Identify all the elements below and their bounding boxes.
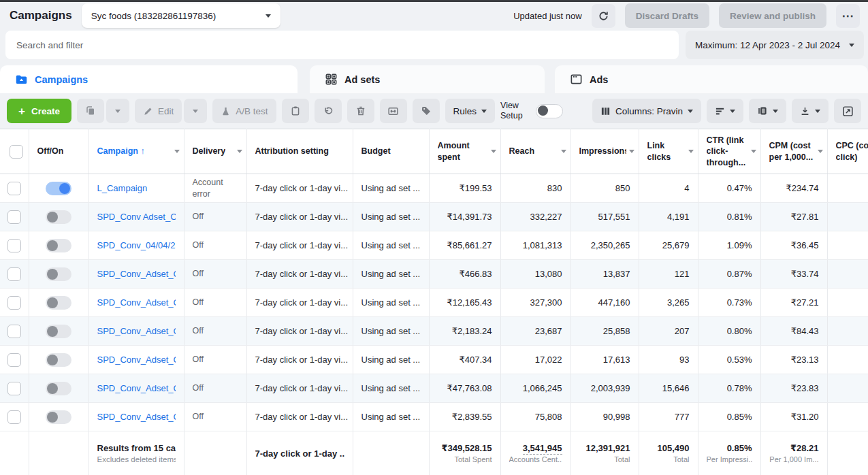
results-summary: Results from 15 campaigns xyxy=(97,443,176,453)
row-checkbox[interactable] xyxy=(7,296,21,310)
filter-row: Search and filter Maximum: 12 Apr 2023 -… xyxy=(0,29,868,61)
toolbar-right-group: Columns: Pravin xyxy=(592,99,861,123)
row-checkbox[interactable] xyxy=(7,239,21,252)
chevron-down-icon xyxy=(174,150,180,153)
col-header-budget[interactable]: Budget xyxy=(353,129,429,174)
export-button[interactable] xyxy=(792,99,829,123)
col-header-attribution[interactable]: Attribution setting xyxy=(246,129,353,174)
search-and-filter-input[interactable]: Search and filter xyxy=(5,31,679,59)
ads-manager-screen: Campaigns Syc foods (183282861197836) Up… xyxy=(0,0,868,475)
campaign-link[interactable]: L_Campaign xyxy=(97,183,176,193)
campaign-link[interactable]: SPD_Conv_Adset_C... xyxy=(97,326,176,336)
campaign-row: SPD_Conv_04/04/23 Off 7-day click or 1-d… xyxy=(0,231,868,260)
campaign-toggle[interactable] xyxy=(46,267,71,281)
campaign-toggle[interactable] xyxy=(46,239,71,252)
toggle-knob xyxy=(47,240,58,251)
reports-button[interactable] xyxy=(749,99,786,123)
col-header-name[interactable]: Campaign ↑ xyxy=(89,129,184,174)
campaign-link[interactable]: SPD_Conv_Adset_C... xyxy=(97,269,176,279)
campaign-toggle[interactable] xyxy=(46,325,71,338)
row-checkbox[interactable] xyxy=(7,210,21,224)
delivery-cell: Off xyxy=(184,260,246,289)
col-header-impressions[interactable]: Impressions xyxy=(570,129,639,174)
campaign-toggle[interactable] xyxy=(46,353,71,367)
chevron-down-icon xyxy=(751,150,756,153)
pencil-icon xyxy=(143,106,153,116)
campaign-toggle[interactable] xyxy=(46,182,71,195)
rules-button[interactable]: Rules xyxy=(445,99,496,123)
refresh-icon xyxy=(598,10,609,22)
col-header-delivery[interactable]: Delivery xyxy=(184,129,246,174)
tab-ads[interactable]: Ads xyxy=(555,65,868,93)
tag-button[interactable] xyxy=(413,99,440,123)
campaign-toggle[interactable] xyxy=(46,210,71,224)
campaign-name-cell: SPD_Conv_Adset_C... xyxy=(89,374,184,403)
col-header-cpm[interactable]: CPM (cost per 1,000... xyxy=(760,129,827,174)
review-and-publish-button[interactable]: Review and publish xyxy=(719,3,826,28)
account-selector[interactable]: Syc foods (183282861197836) xyxy=(82,3,280,28)
campaign-link[interactable]: SPD_Conv_Adset_C... xyxy=(97,355,176,365)
create-button[interactable]: + Create xyxy=(7,99,71,123)
delete-button[interactable] xyxy=(347,99,374,123)
row-checkbox[interactable] xyxy=(7,267,21,281)
amount-spent-cell: ₹47,763.08 xyxy=(429,374,500,403)
campaign-toggle[interactable] xyxy=(46,296,71,310)
col-header-spent[interactable]: Amount spent xyxy=(429,129,500,174)
undo-button[interactable] xyxy=(315,99,342,123)
campaign-row: SPD_Conv_Adset_C... Off 7-day click or 1… xyxy=(0,289,868,317)
row-checkbox[interactable] xyxy=(7,382,21,395)
footer-results-cell: Results from 15 campaigns Excludes delet… xyxy=(89,431,184,475)
col-header-reach[interactable]: Reach xyxy=(500,129,570,174)
col-header-ctr[interactable]: CTR (link click-through... xyxy=(698,129,760,174)
col-header-clicks[interactable]: Link clicks xyxy=(639,129,698,174)
refresh-button[interactable] xyxy=(592,4,615,28)
col-header-cpc[interactable]: CPC (cost per link click) xyxy=(827,129,868,174)
duplicate-dropdown-button[interactable] xyxy=(106,99,129,123)
campaign-link[interactable]: SPD_Conv_Adset_C... xyxy=(97,383,176,393)
discard-drafts-button[interactable]: Discard Drafts xyxy=(625,3,709,28)
duplicate-button[interactable] xyxy=(77,99,104,123)
row-checkbox[interactable] xyxy=(7,353,21,367)
campaign-link[interactable]: SPD_Conv_04/04/23 xyxy=(97,240,176,250)
campaign-toggle[interactable] xyxy=(46,410,71,424)
ctr-cell: 0.85% xyxy=(698,403,760,431)
campaign-name-cell: SPD_Conv_Adset_C... xyxy=(89,317,184,346)
impressions-cell: 25,858 xyxy=(570,317,639,346)
select-all-checkbox[interactable] xyxy=(10,145,23,159)
delivery-cell: Off xyxy=(184,203,246,231)
view-setup-toggle[interactable] xyxy=(536,104,563,118)
swap-arrows-icon xyxy=(387,105,399,117)
toggle-knob xyxy=(47,355,58,365)
cpc-cell xyxy=(827,317,868,346)
chevron-down-icon xyxy=(815,110,820,113)
breakdown-button[interactable] xyxy=(707,99,743,123)
toggle-knob xyxy=(47,383,58,394)
more-options-button[interactable]: ⋯ xyxy=(836,4,860,28)
edit-button[interactable]: Edit xyxy=(135,99,182,123)
campaign-row: SPD_Conv_Adset_C... Off 7-day click or 1… xyxy=(0,346,868,374)
edit-dropdown-button[interactable] xyxy=(184,99,207,123)
paste-button[interactable] xyxy=(282,99,309,123)
edit-placements-button[interactable] xyxy=(380,99,407,123)
tab-ad-sets[interactable]: Ad sets xyxy=(310,65,545,93)
attribution-cell: 7-day click or 1-day vi... xyxy=(246,374,353,403)
campaign-toggle[interactable] xyxy=(46,382,71,395)
chevron-down-icon xyxy=(266,14,271,18)
chevron-down-icon xyxy=(629,150,634,153)
campaign-link[interactable]: SPD_Conv_Adset_C... xyxy=(97,297,176,308)
row-checkbox[interactable] xyxy=(7,410,21,424)
campaign-link[interactable]: SPD_Conv Adset_Ca... xyxy=(97,212,176,222)
tab-campaigns[interactable]: Campaigns xyxy=(0,65,298,93)
charts-button[interactable] xyxy=(834,99,861,123)
row-checkbox[interactable] xyxy=(7,325,21,338)
columns-button[interactable]: Columns: Pravin xyxy=(592,99,701,123)
campaign-link[interactable]: SPD_Conv_Adset_C... xyxy=(97,412,176,422)
budget-cell: Using ad set ... xyxy=(353,231,429,260)
duplicate-icon xyxy=(85,105,96,116)
breakdown-icon xyxy=(715,106,725,116)
ab-test-button[interactable]: A/B test xyxy=(212,99,276,123)
toggle-knob xyxy=(47,297,58,308)
date-range-selector[interactable]: Maximum: 12 Apr 2023 - 2 Jul 2024 xyxy=(686,31,864,59)
col-header-toggle[interactable]: Off/On xyxy=(29,129,89,174)
row-checkbox[interactable] xyxy=(7,182,21,195)
